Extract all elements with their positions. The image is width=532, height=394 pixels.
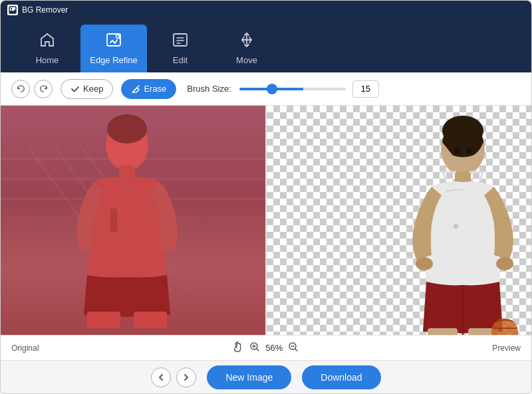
nav-move-label: Move	[236, 55, 257, 65]
brush-slider[interactable]	[239, 88, 346, 90]
redo-button[interactable]	[34, 80, 53, 98]
svg-point-20	[107, 114, 147, 144]
canvas-area: ⊕	[1, 106, 531, 335]
hand-tool-button[interactable]	[232, 341, 244, 355]
nav-bar: Home Edge Refine	[1, 19, 531, 72]
undo-button[interactable]	[11, 80, 30, 98]
svg-point-27	[466, 148, 471, 154]
nav-edge-refine[interactable]: Edge Refine	[80, 25, 147, 72]
svg-rect-5	[174, 34, 187, 46]
download-button[interactable]: Download	[302, 365, 380, 389]
zoom-in-button[interactable]	[249, 342, 260, 354]
nav-edge-refine-label: Edge Refine	[90, 55, 138, 65]
original-canvas[interactable]	[1, 106, 265, 335]
svg-rect-23	[134, 312, 167, 328]
brush-size-control: 15	[239, 80, 379, 98]
edit-icon	[172, 33, 188, 51]
original-panel	[1, 106, 267, 335]
zoom-controls: 56%	[232, 341, 299, 355]
nav-move[interactable]: Move	[213, 25, 280, 72]
svg-rect-33	[428, 328, 458, 335]
footer: New Image Download	[1, 360, 531, 393]
undo-redo-group	[11, 80, 53, 98]
svg-line-40	[257, 349, 259, 351]
preview-panel: ⊕	[267, 106, 531, 335]
zoom-percent: 56%	[265, 343, 283, 353]
next-image-button[interactable]	[176, 367, 196, 387]
nav-home[interactable]: Home	[14, 25, 80, 72]
brush-size-input[interactable]: 15	[352, 80, 379, 98]
move-icon	[239, 33, 255, 51]
title-bar: BG Remover	[1, 1, 531, 19]
edge-refine-icon	[106, 33, 122, 51]
preview-label: Preview	[492, 344, 521, 353]
svg-rect-2	[107, 34, 120, 46]
nav-edit-label: Edit	[173, 55, 188, 65]
app-title: BG Remover	[22, 5, 68, 15]
svg-text:⊕: ⊕	[453, 222, 459, 230]
svg-rect-22	[87, 312, 120, 328]
nav-home-label: Home	[36, 55, 59, 65]
original-label: Original	[11, 344, 39, 353]
svg-point-31	[496, 257, 513, 270]
footer-nav	[151, 367, 196, 387]
svg-point-30	[416, 257, 433, 270]
svg-point-1	[11, 8, 12, 9]
keep-icon	[70, 84, 80, 94]
erase-icon	[131, 84, 140, 94]
prev-image-button[interactable]	[151, 367, 171, 387]
preview-canvas[interactable]: ⊕	[267, 106, 531, 335]
app-icon	[7, 5, 18, 15]
app-window: BG Remover Home Edge Refine	[0, 0, 532, 394]
zoom-out-button[interactable]	[288, 342, 299, 354]
erase-button[interactable]: Erase	[121, 79, 176, 99]
home-icon	[39, 33, 55, 51]
nav-edit[interactable]: Edit	[147, 25, 213, 72]
new-image-button[interactable]: New Image	[207, 365, 291, 389]
svg-point-26	[454, 148, 460, 154]
keep-button[interactable]: Keep	[61, 79, 113, 99]
svg-line-43	[295, 349, 297, 351]
toolbar: Keep Erase Brush Size: 15	[1, 72, 531, 106]
bottom-bar: Original 56%	[1, 335, 531, 360]
brush-size-label: Brush Size:	[187, 84, 231, 94]
